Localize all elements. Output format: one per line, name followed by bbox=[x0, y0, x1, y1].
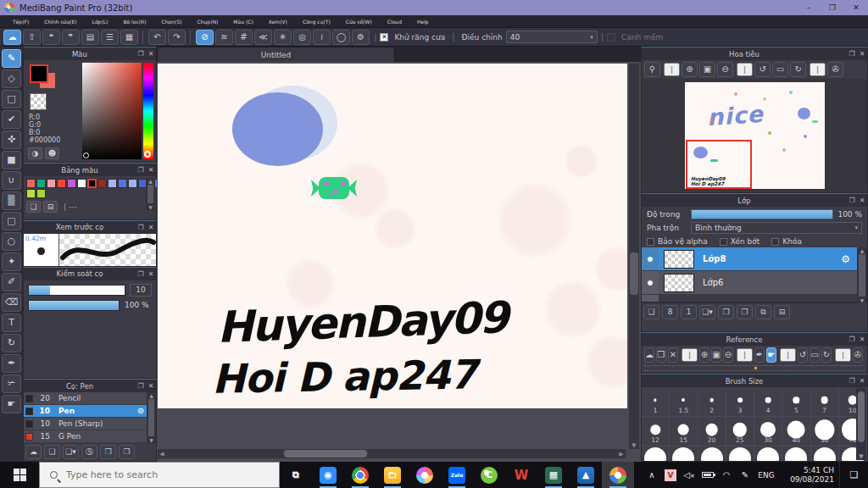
lasso-tool[interactable]: ○ bbox=[2, 232, 21, 251]
nav-zoom-reset-button[interactable]: ⚲ bbox=[644, 62, 660, 77]
nav-lock-button[interactable]: ✇ bbox=[827, 62, 843, 77]
bucket-tool[interactable]: ∪ bbox=[2, 171, 21, 190]
nav-fit-button[interactable]: ▣ bbox=[699, 62, 715, 77]
brush-add-menu-button[interactable]: ❏▾ bbox=[63, 445, 79, 459]
close-icon[interactable]: ✕ bbox=[857, 336, 867, 343]
magic-wand-tool[interactable]: ✦ bbox=[2, 252, 21, 271]
panel-layout-button[interactable]: ▦ bbox=[120, 30, 138, 45]
layer-row-partial[interactable] bbox=[642, 295, 867, 302]
popout-icon[interactable]: ❐ bbox=[136, 224, 146, 231]
brush-size-cell[interactable]: 2 bbox=[698, 387, 726, 417]
scroll-up-icon[interactable]: ▲ bbox=[149, 392, 153, 398]
notification-center-icon[interactable]: ❏ bbox=[839, 462, 868, 488]
layer-merge-button[interactable]: ⧉ bbox=[755, 305, 771, 319]
comment-outline-button[interactable]: ❞ bbox=[62, 30, 80, 45]
layer-delete-button[interactable]: ⊟ bbox=[774, 305, 790, 319]
brush-size-cell[interactable]: 5 bbox=[782, 387, 810, 417]
task-view-button[interactable]: ⧉ bbox=[280, 462, 312, 488]
chrome-icon[interactable] bbox=[344, 462, 376, 488]
hand-tool[interactable]: ☛ bbox=[2, 395, 21, 413]
snap-settings-button[interactable]: ⚙ bbox=[352, 30, 370, 45]
menu-item[interactable]: Chọn(S) bbox=[154, 19, 190, 25]
brush-list-item[interactable]: 10 Pen (Sharp) bbox=[24, 418, 156, 430]
wps-office-icon[interactable]: W bbox=[505, 462, 537, 488]
palette-swatch[interactable] bbox=[97, 179, 107, 188]
select-pen-tool[interactable]: ✐ bbox=[2, 273, 21, 291]
undo-button[interactable]: ↶ bbox=[148, 30, 166, 45]
navigator-thumbnail[interactable]: nice HuyenDay09 Hoi D a bbox=[685, 82, 825, 189]
scroll-left-icon[interactable]: ◀ bbox=[158, 451, 166, 458]
brush-size-cell[interactable] bbox=[642, 446, 670, 462]
hue-slider[interactable] bbox=[143, 63, 153, 159]
layer-duplicate-button[interactable]: ❐ bbox=[737, 305, 753, 319]
toolbar-separator[interactable] bbox=[190, 30, 192, 44]
layer-add-button[interactable]: ❏ bbox=[643, 305, 659, 319]
palette-scrollbar[interactable]: ▲ ▼ bbox=[146, 178, 155, 210]
brush-size-cell[interactable]: 25 bbox=[726, 417, 754, 446]
lock-checkbox[interactable] bbox=[771, 238, 779, 246]
saturation-value-picker[interactable] bbox=[82, 63, 142, 159]
control-point-tool[interactable]: ✔ bbox=[2, 110, 21, 129]
layer-visibility-toggle[interactable] bbox=[642, 247, 659, 270]
brush-size-cell[interactable]: 40 bbox=[782, 417, 810, 446]
scroll-right-icon[interactable]: ▶ bbox=[617, 451, 626, 458]
palette-swatch[interactable] bbox=[108, 179, 117, 188]
tray-expand-icon[interactable]: ∧ bbox=[643, 470, 661, 480]
snap-concentric-button[interactable]: ◎ bbox=[293, 30, 311, 45]
brush-opacity-slider[interactable] bbox=[28, 300, 120, 311]
close-icon[interactable]: ✕ bbox=[146, 50, 156, 58]
document-tab[interactable]: Untitled bbox=[157, 47, 395, 62]
minimize-button[interactable]: – bbox=[797, 0, 821, 15]
palette-swatch[interactable] bbox=[26, 189, 36, 198]
photos-icon[interactable]: ▲ bbox=[570, 462, 602, 488]
canvas-horizontal-scrollbar[interactable]: ◀ ▶ bbox=[158, 449, 626, 458]
scroll-down-icon[interactable]: ▼ bbox=[860, 297, 865, 303]
brush-size-cell[interactable]: 15 bbox=[670, 417, 698, 446]
brush-size-cell[interactable] bbox=[811, 446, 839, 462]
figure-tool[interactable]: □ bbox=[2, 90, 21, 108]
menu-item[interactable]: Chụp(N) bbox=[190, 19, 226, 25]
brush-list-scrollbar[interactable]: ▲ ▼ bbox=[147, 392, 156, 443]
file-explorer-icon[interactable]: 🗀 bbox=[376, 462, 409, 488]
brush-size-cell[interactable]: 4 bbox=[754, 387, 782, 417]
brush-list-item[interactable]: 15 G Pen bbox=[24, 430, 156, 443]
brush-add-button[interactable]: ❏ bbox=[44, 445, 60, 459]
pen-settings-icon[interactable]: ✎ bbox=[736, 470, 754, 480]
close-icon[interactable]: ✕ bbox=[146, 224, 156, 231]
nav-rotate-left-button[interactable]: ↺ bbox=[754, 62, 771, 77]
move-tool[interactable]: ✜ bbox=[2, 130, 21, 149]
transparent-color-swatch[interactable] bbox=[30, 93, 47, 110]
brush-size-slider[interactable] bbox=[28, 285, 125, 296]
comment-filled-button[interactable]: ❝ bbox=[42, 30, 60, 45]
menu-item[interactable]: Màu (C) bbox=[225, 19, 260, 25]
brush-size-cell[interactable]: 30 bbox=[754, 417, 782, 446]
palette-mode-button[interactable]: ◑ bbox=[28, 147, 42, 159]
palette-swatch[interactable] bbox=[26, 179, 36, 188]
nav-rotate-right-button[interactable]: ↻ bbox=[790, 62, 806, 77]
clock[interactable]: 5:41 CH 09/08/2021 bbox=[783, 466, 834, 485]
palette-swatch[interactable] bbox=[128, 179, 137, 188]
divide-tool[interactable]: ✃ bbox=[2, 374, 21, 393]
ref-open-button[interactable]: ❒ bbox=[656, 347, 666, 363]
brush-size-cell[interactable] bbox=[782, 446, 810, 462]
skin-color-button[interactable]: ☻ bbox=[45, 147, 59, 159]
popout-icon[interactable]: ❐ bbox=[847, 50, 857, 58]
menu-item[interactable]: Tệp(F) bbox=[5, 19, 36, 25]
menu-item[interactable]: Xem(V) bbox=[261, 19, 295, 25]
eraser-tool[interactable]: ◇ bbox=[2, 69, 21, 88]
list-button[interactable]: ☰ bbox=[101, 30, 119, 45]
palette-swatch[interactable] bbox=[77, 179, 86, 188]
menu-item[interactable]: Bộ lọc(R) bbox=[115, 19, 153, 25]
menu-item[interactable]: Cửa sổ(W) bbox=[338, 19, 380, 25]
menu-item[interactable]: Lớp(L) bbox=[85, 19, 116, 25]
sv-cursor[interactable] bbox=[83, 152, 89, 158]
battery-icon[interactable] bbox=[698, 470, 717, 480]
palette-swatch[interactable] bbox=[87, 179, 97, 188]
eyedropper-tool[interactable]: ✒ bbox=[2, 354, 21, 373]
close-icon[interactable]: ✕ bbox=[146, 270, 156, 278]
brush-size-cell[interactable] bbox=[754, 446, 782, 462]
layer-folder-button[interactable]: ❒ bbox=[718, 305, 734, 319]
snap-vanishing-button[interactable]: ≪ bbox=[254, 30, 272, 45]
brush-size-cell[interactable]: 50 bbox=[811, 417, 839, 446]
nav-rotate-reset-button[interactable]: ▭ bbox=[772, 62, 788, 77]
